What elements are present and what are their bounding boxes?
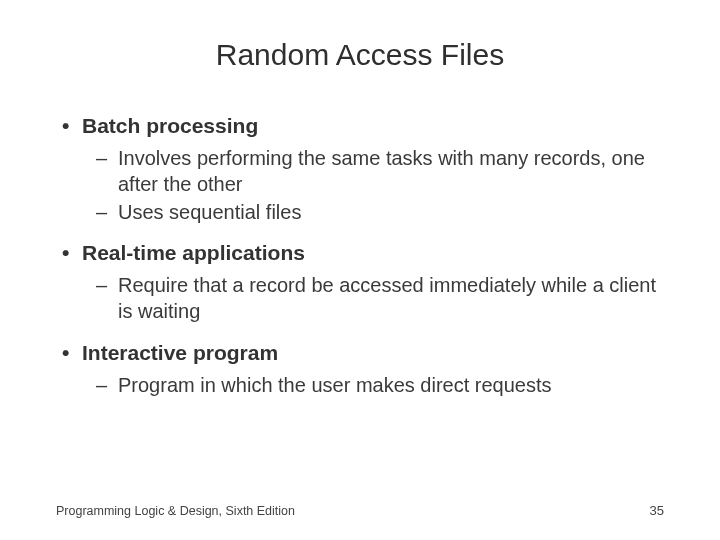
- bullet-level2: Program in which the user makes direct r…: [56, 373, 664, 399]
- bullet-level1: Real-time applications: [56, 239, 664, 267]
- bullet-level2: Involves performing the same tasks with …: [56, 146, 664, 197]
- bullet-list: Batch processing Involves performing the…: [56, 112, 664, 399]
- bullet-level1: Batch processing: [56, 112, 664, 140]
- footer-text: Programming Logic & Design, Sixth Editio…: [56, 504, 295, 518]
- bullet-level2: Uses sequential files: [56, 200, 664, 226]
- slide-title: Random Access Files: [56, 38, 664, 72]
- page-number: 35: [650, 503, 664, 518]
- slide-footer: Programming Logic & Design, Sixth Editio…: [56, 503, 664, 518]
- bullet-level2: Require that a record be accessed immedi…: [56, 273, 664, 324]
- bullet-level1: Interactive program: [56, 339, 664, 367]
